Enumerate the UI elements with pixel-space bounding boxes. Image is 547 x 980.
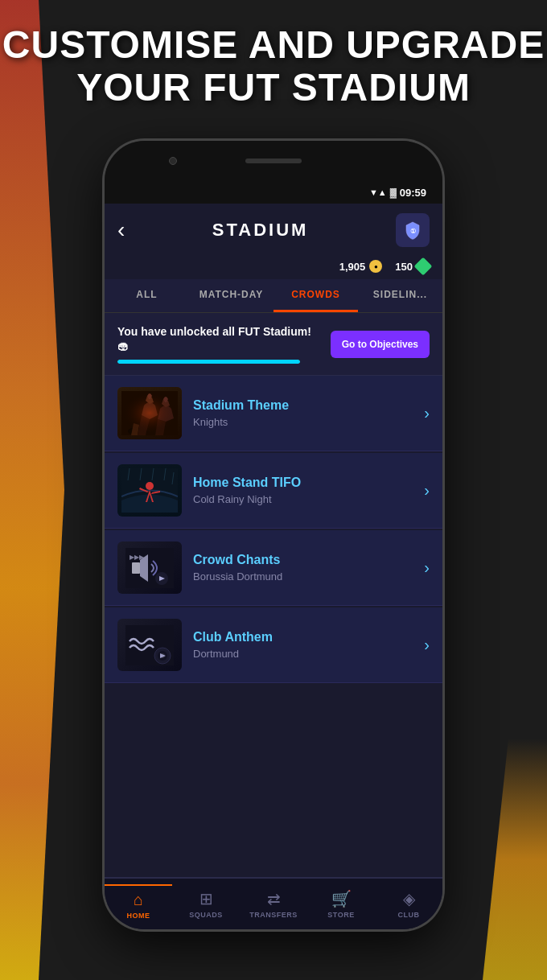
anthem-svg — [125, 625, 174, 665]
nav-label-club: CLUB — [398, 911, 420, 919]
battery-icon: ▓ — [390, 187, 397, 197]
knights-svg — [121, 391, 178, 435]
phone-speaker — [245, 159, 302, 163]
tab-all[interactable]: ALL — [105, 279, 189, 312]
item-title: Club Anthem — [193, 630, 417, 644]
chevron-right-icon: › — [424, 404, 430, 422]
items-list: Stadium Theme Knights › — [105, 376, 442, 877]
objectives-button[interactable]: Go to Objectives — [331, 331, 430, 358]
gems-amount: 150 — [395, 261, 413, 273]
tifo-svg — [121, 468, 178, 513]
item-thumb-knights — [117, 387, 182, 439]
svg-rect-12 — [132, 562, 140, 574]
nav-item-transfers[interactable]: ⇄ TRANSFERS — [240, 884, 307, 924]
list-item[interactable]: Club Anthem Dortmund › — [105, 607, 442, 683]
phone-camera — [169, 157, 177, 165]
bg-right-decoration — [483, 739, 547, 980]
shield-icon: ① — [403, 220, 422, 240]
coins-display: 1,905 ● — [339, 260, 383, 273]
nav-item-club[interactable]: ◈ CLUB — [375, 884, 442, 924]
gem-icon — [414, 257, 433, 276]
item-subtitle: Dortmund — [193, 648, 417, 660]
tabs-bar: ALL MATCH-DAY CROWDS SIDELIN... — [105, 279, 442, 313]
item-info: Stadium Theme Knights — [182, 398, 417, 428]
svg-text:①: ① — [409, 228, 415, 235]
promo-title: CUSTOMISE AND UPGRADE YOUR FUT STADIUM — [0, 24, 547, 109]
svg-point-5 — [146, 482, 154, 490]
tifo-figure — [117, 464, 182, 517]
nav-label-store: STORE — [327, 911, 354, 919]
chants-svg: ▶▶▶ — [125, 548, 174, 588]
unlock-text-area: You have unlocked all FUT Stadium! 🏟 — [117, 324, 321, 364]
nav-item-squads[interactable]: ⊞ SQUADS — [172, 884, 240, 924]
item-thumb-tifo — [117, 464, 182, 517]
phone-top-bar — [105, 141, 442, 181]
unlock-title: You have unlocked all FUT Stadium! 🏟 — [117, 324, 321, 353]
bottom-nav: ⌂ HOME ⊞ SQUADS ⇄ TRANSFERS 🛒 STORE ◈ — [105, 877, 442, 929]
list-item[interactable]: ▶▶▶ Crowd Chants Borussia Dortmund › — [105, 530, 442, 606]
item-subtitle: Cold Rainy Night — [193, 493, 417, 505]
unlock-banner: You have unlocked all FUT Stadium! 🏟 Go … — [105, 313, 442, 376]
coins-amount: 1,905 — [339, 261, 366, 273]
item-thumb-anthem — [117, 619, 182, 671]
currency-bar: 1,905 ● 150 — [105, 257, 442, 279]
item-info: Club Anthem Dortmund — [182, 630, 417, 660]
shield-button[interactable]: ① — [396, 213, 430, 247]
list-item[interactable]: Stadium Theme Knights › — [105, 376, 442, 451]
status-time: 09:59 — [400, 187, 426, 199]
svg-rect-3 — [121, 391, 178, 435]
progress-bar — [117, 360, 300, 364]
knights-figure — [117, 387, 182, 439]
nav-item-home[interactable]: ⌂ HOME — [105, 884, 172, 924]
item-title: Home Stand TIFO — [193, 476, 417, 490]
home-icon: ⌂ — [134, 891, 143, 909]
back-button[interactable]: ‹ — [117, 217, 125, 243]
status-icons: ▼▲ ▓ 09:59 — [369, 187, 426, 199]
nav-label-squads: SQUADS — [189, 911, 223, 919]
phone-screen: ▼▲ ▓ 09:59 ‹ STADIUM ① 1 — [105, 141, 442, 929]
wifi-icon: ▼▲ — [369, 187, 387, 197]
nav-label-transfers: TRANSFERS — [249, 911, 298, 919]
promo-header: CUSTOMISE AND UPGRADE YOUR FUT STADIUM — [0, 24, 547, 109]
item-info: Crowd Chants Borussia Dortmund — [182, 553, 417, 583]
chevron-right-icon: › — [424, 636, 430, 654]
nav-item-store[interactable]: 🛒 STORE — [307, 884, 375, 924]
item-title: Crowd Chants — [193, 553, 417, 567]
chevron-right-icon: › — [424, 558, 430, 577]
app-screen: ‹ STADIUM ① 1,905 ● 150 — [105, 204, 442, 929]
phone-device: ▼▲ ▓ 09:59 ‹ STADIUM ① 1 — [105, 141, 442, 929]
gems-display: 150 — [395, 260, 430, 273]
svg-text:▶▶▶: ▶▶▶ — [130, 554, 145, 561]
club-icon: ◈ — [403, 889, 415, 908]
chevron-right-icon: › — [424, 481, 430, 500]
tab-crowds[interactable]: CROWDS — [274, 279, 358, 312]
progress-fill — [117, 360, 300, 364]
item-subtitle: Knights — [193, 416, 417, 428]
bg-left-decoration — [0, 0, 64, 980]
coin-icon: ● — [369, 260, 382, 273]
store-icon: 🛒 — [331, 889, 352, 908]
item-title: Stadium Theme — [193, 398, 417, 413]
page-title: STADIUM — [212, 220, 309, 241]
tab-sideline[interactable]: SIDELIN... — [358, 279, 442, 312]
nav-label-home: HOME — [127, 912, 150, 920]
promo-line1: CUSTOMISE AND UPGRADE — [2, 23, 545, 66]
list-item[interactable]: Home Stand TIFO Cold Rainy Night › — [105, 453, 442, 529]
item-thumb-chants: ▶▶▶ — [117, 541, 182, 594]
squads-icon: ⊞ — [199, 889, 213, 908]
promo-line2: YOUR FUT STADIUM — [76, 66, 471, 109]
top-nav: ‹ STADIUM ① — [105, 204, 442, 257]
chants-figure: ▶▶▶ — [117, 541, 182, 594]
item-info: Home Stand TIFO Cold Rainy Night — [182, 476, 417, 505]
transfers-icon: ⇄ — [267, 889, 281, 908]
item-subtitle: Borussia Dortmund — [193, 570, 417, 583]
status-bar: ▼▲ ▓ 09:59 — [105, 181, 442, 204]
anthem-figure — [117, 619, 182, 671]
tab-matchday[interactable]: MATCH-DAY — [189, 279, 274, 312]
